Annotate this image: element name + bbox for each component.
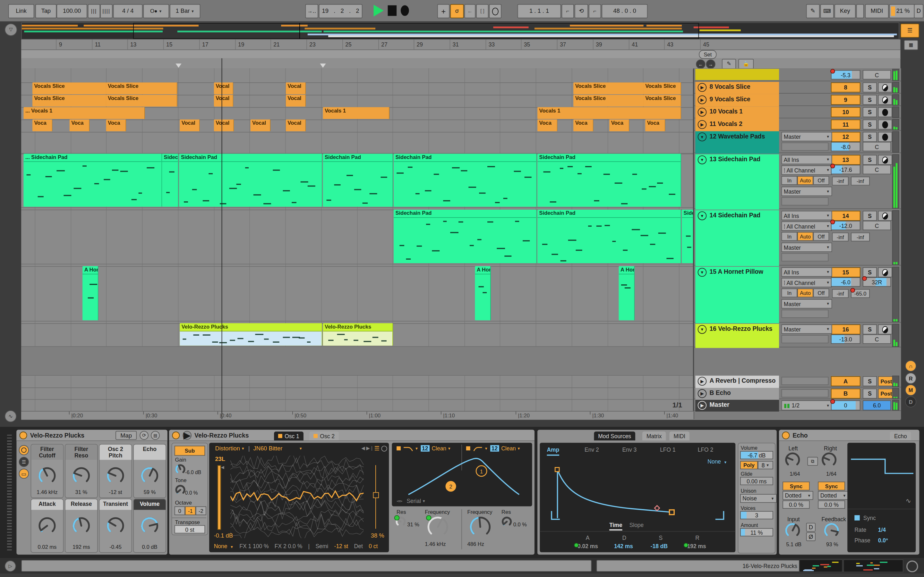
- volume-field[interactable]: -12.0: [831, 221, 861, 230]
- filter1-on-button[interactable]: [397, 446, 401, 450]
- midi-overdub-button[interactable]: +: [437, 4, 450, 18]
- filter1-res-knob[interactable]: [394, 515, 407, 528]
- pan-field[interactable]: 32R: [863, 277, 891, 287]
- return-track-name[interactable]: ▶A Reverb | Compresso: [695, 376, 779, 388]
- unfold-track-button[interactable]: ▼: [698, 268, 707, 277]
- send-b-field[interactable]: -inf: [851, 233, 870, 242]
- solo-cue-button[interactable]: ∩: [905, 360, 916, 372]
- track-header[interactable]: ▼15 A Hornet Pillow15SAll Ins▼⁞ All Chan…: [694, 266, 901, 322]
- track-header[interactable]: ▶8 Vocals Slice8S: [694, 81, 901, 93]
- echo-mod-sync-toggle[interactable]: [855, 515, 860, 521]
- osc-effect-mode-menu[interactable]: None ▼: [214, 543, 234, 549]
- time-signature-field[interactable]: 4 / 4: [113, 4, 143, 18]
- back-to-arrangement-button[interactable]: ▽: [5, 23, 17, 36]
- tab-osc1[interactable]: Osc 1: [274, 432, 303, 440]
- arrangement-clip[interactable]: Voca: [645, 119, 665, 131]
- echo-right-offset-field[interactable]: 0.0 %: [818, 500, 845, 509]
- mod-tab-0[interactable]: Mod Sources: [594, 432, 635, 440]
- arrangement-clip[interactable]: Vocal: [250, 119, 270, 131]
- loop-length-field[interactable]: 48 . 0 . 0: [602, 4, 648, 18]
- osc-level-slider[interactable]: [218, 465, 221, 530]
- overview-viewport[interactable]: [133, 23, 699, 39]
- filter2-freq-knob[interactable]: [468, 515, 492, 538]
- track-number[interactable]: 14: [831, 211, 861, 221]
- track-header[interactable]: ▶10 Vocals 110S: [694, 106, 901, 119]
- set-button[interactable]: Set: [699, 50, 716, 59]
- current-track-field[interactable]: 16-Velo-Rezzo Plucks: [596, 560, 801, 572]
- arrangement-clip[interactable]: Sidechain Pad: [394, 210, 537, 263]
- echo-phase-invert-button[interactable]: Ø: [806, 532, 816, 541]
- osc2-on-icon[interactable]: [313, 434, 318, 438]
- unfold-track-button[interactable]: ▼: [698, 155, 707, 164]
- echo-right-knob[interactable]: [821, 451, 838, 469]
- monitor-off-button[interactable]: Off: [813, 288, 829, 298]
- arm-button[interactable]: [878, 119, 892, 129]
- volume-field[interactable]: -6.7 dB: [740, 451, 773, 459]
- arrangement-clip[interactable]: Vocal: [214, 82, 234, 94]
- arrangement-clip[interactable]: Vocals Slice: [32, 95, 107, 107]
- input-routing-menu[interactable]: All Ins▼: [782, 155, 832, 164]
- arrangement-clip[interactable]: Velo-Rezzo Plucks: [323, 323, 393, 346]
- macro-cell[interactable]: Release 192 ms: [65, 499, 98, 553]
- mute-rail-button[interactable]: M: [905, 384, 916, 396]
- track-name[interactable]: ▼13 Sidechain Pad: [695, 154, 779, 210]
- key-split-button[interactable]: [856, 4, 864, 18]
- env-tab-lfo1[interactable]: LFO 1: [660, 446, 676, 453]
- return-letter[interactable]: A: [831, 376, 861, 386]
- tempo-field[interactable]: 100.00: [57, 4, 87, 18]
- arrangement-clip[interactable]: A Hor: [475, 266, 491, 320]
- arm-button[interactable]: [878, 132, 892, 142]
- unfold-track-button[interactable]: ▶: [698, 83, 707, 92]
- unfold-track-button[interactable]: ▶: [698, 377, 707, 386]
- input-routing-menu[interactable]: All Ins▼: [782, 211, 832, 220]
- arrangement-clip[interactable]: Vocals Slice: [106, 82, 178, 94]
- unfold-track-button[interactable]: ▼: [698, 132, 707, 141]
- send-b-field[interactable]: -65.0: [851, 289, 870, 298]
- arrangement-clip[interactable]: Voca: [32, 119, 52, 131]
- status-play-button[interactable]: ▷: [5, 561, 16, 572]
- punch-in-button[interactable]: ⌐: [561, 4, 574, 18]
- pan-field[interactable]: C: [863, 142, 891, 151]
- unfold-track-button[interactable]: ▼: [698, 325, 707, 334]
- amp-envelope-display[interactable]: [543, 465, 732, 522]
- echo-left-division-menu[interactable]: Dotted▼: [782, 491, 813, 500]
- lowpass-icon[interactable]: [403, 445, 414, 451]
- return-track-header[interactable]: ▶B EchoBSPost: [694, 388, 901, 400]
- wavetable-name-menu[interactable]: JN60 Bitter: [253, 445, 282, 452]
- track-header[interactable]: ▼16 Velo-Rezzo Plucks16SMaster▼-13.0C: [694, 323, 901, 347]
- status-circle-button[interactable]: [906, 561, 918, 572]
- master-track-name[interactable]: ▶Master: [695, 400, 779, 412]
- arrangement-clip[interactable]: Vocals 1: [323, 107, 390, 119]
- next-marker-button[interactable]: →: [706, 60, 715, 69]
- solo-button[interactable]: S: [863, 324, 877, 334]
- arrangement-clip[interactable]: Vocals Slice: [573, 95, 644, 107]
- session-record-button[interactable]: [489, 4, 501, 18]
- arrangement-clip[interactable]: Sidechain Pad: [323, 153, 393, 206]
- octave-option--2[interactable]: -2: [196, 506, 206, 516]
- amount-field[interactable]: 11 %: [740, 528, 773, 537]
- filter-routing-menu[interactable]: Serial: [407, 498, 421, 504]
- wavetable-visualizer[interactable]: [230, 456, 366, 538]
- stop-button[interactable]: [388, 5, 397, 16]
- send-b-field[interactable]: -inf: [851, 177, 870, 185]
- send-a-field[interactable]: -inf: [832, 177, 848, 185]
- unfold-track-button[interactable]: ▶: [698, 401, 707, 410]
- arrangement-clip[interactable]: Vocal: [286, 119, 306, 131]
- track-number[interactable]: 10: [831, 107, 861, 117]
- detune-value[interactable]: 0 ct: [368, 543, 378, 549]
- pan-field[interactable]: C: [863, 70, 891, 79]
- macro-knob[interactable]: [37, 466, 57, 486]
- arm-button[interactable]: [878, 268, 892, 277]
- output-routing-menu[interactable]: Master▼: [782, 187, 832, 196]
- arrangement-clip[interactable]: Voca: [69, 119, 89, 131]
- monitor-auto-button[interactable]: Auto: [797, 288, 813, 298]
- macro-cell[interactable]: Filter Reso 31 %: [65, 444, 98, 498]
- return-track-header[interactable]: ▶A Reverb | CompressoASPost: [694, 375, 901, 388]
- echo-tab[interactable]: Echo: [890, 432, 911, 440]
- input-routing-menu[interactable]: All Ins▼: [782, 268, 832, 277]
- playhead[interactable]: [222, 68, 222, 419]
- highpass-icon[interactable]: [473, 445, 483, 451]
- tab-slope[interactable]: Slope: [630, 522, 644, 528]
- track-header[interactable]: ▼13 Sidechain Pad13SAll Ins▼⁞ All Channe…: [694, 153, 901, 209]
- arrangement-clip[interactable]: Voca: [609, 119, 629, 131]
